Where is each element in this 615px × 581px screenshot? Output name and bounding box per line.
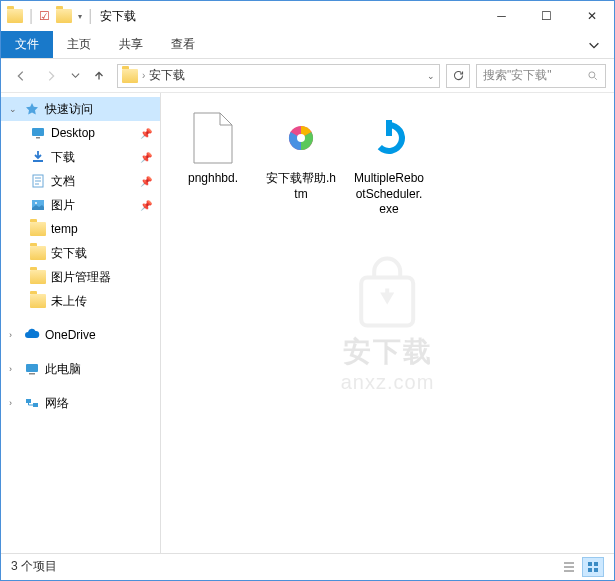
- sidebar-item-label: 网络: [45, 395, 69, 412]
- main-area: ⌄ 快速访问 Desktop 📌 下载 📌 文档 📌 图片 📌 temp: [1, 93, 614, 553]
- search-placeholder: 搜索"安下载": [483, 67, 552, 84]
- pin-icon: 📌: [140, 200, 152, 211]
- svg-rect-6: [26, 364, 38, 372]
- cloud-icon: [23, 326, 41, 344]
- svg-rect-16: [594, 568, 598, 572]
- dropdown-icon[interactable]: ⌄: [427, 71, 435, 81]
- svg-point-11: [297, 134, 305, 142]
- tab-home[interactable]: 主页: [53, 31, 105, 58]
- file-list[interactable]: pnghhbd. 安下载帮助.htm MultipleRebootSchedul…: [161, 93, 614, 553]
- sidebar-item-anxz[interactable]: 安下载: [1, 241, 160, 265]
- file-icon: [189, 109, 237, 167]
- sidebar-quick-access[interactable]: ⌄ 快速访问: [1, 97, 160, 121]
- svg-rect-14: [594, 562, 598, 566]
- chevron-right-icon: ›: [142, 70, 145, 81]
- exe-icon: [365, 109, 413, 167]
- forward-button[interactable]: [39, 64, 63, 88]
- file-item[interactable]: pnghhbd.: [173, 105, 253, 222]
- file-item[interactable]: 安下载帮助.htm: [261, 105, 341, 222]
- sidebar-item-label: 未上传: [51, 293, 87, 310]
- ribbon-expand-button[interactable]: [574, 31, 614, 58]
- breadcrumb-item[interactable]: 安下载: [149, 67, 185, 84]
- check-icon[interactable]: ☑: [39, 9, 50, 23]
- file-label: MultipleRebootScheduler.exe: [353, 171, 425, 218]
- svg-point-0: [589, 71, 595, 77]
- navbar: › 安下载 ⌄ 搜索"安下载": [1, 59, 614, 93]
- svg-rect-15: [588, 568, 592, 572]
- svg-rect-9: [33, 403, 38, 407]
- sidebar-item-temp[interactable]: temp: [1, 217, 160, 241]
- quickaccess-toolbar: | ☑ ▾ |: [7, 7, 92, 25]
- minimize-button[interactable]: ─: [479, 1, 524, 31]
- search-icon: [587, 70, 599, 82]
- pin-icon: 📌: [140, 176, 152, 187]
- close-button[interactable]: ✕: [569, 1, 614, 31]
- htm-icon: [277, 109, 325, 167]
- chevron-right-icon: ›: [9, 398, 19, 408]
- tab-view[interactable]: 查看: [157, 31, 209, 58]
- sidebar-item-pictures[interactable]: 图片 📌: [1, 193, 160, 217]
- download-icon: [29, 148, 47, 166]
- up-button[interactable]: [87, 64, 111, 88]
- sidebar-item-desktop[interactable]: Desktop 📌: [1, 121, 160, 145]
- back-button[interactable]: [9, 64, 33, 88]
- ribbon: 文件 主页 共享 查看: [1, 31, 614, 59]
- file-item[interactable]: MultipleRebootScheduler.exe: [349, 105, 429, 222]
- dropdown-icon[interactable]: ▾: [78, 12, 82, 21]
- svg-rect-7: [29, 373, 35, 375]
- sidebar-item-picmgr[interactable]: 图片管理器: [1, 265, 160, 289]
- computer-icon: [23, 360, 41, 378]
- sidebar-item-documents[interactable]: 文档 📌: [1, 169, 160, 193]
- sidebar-item-label: 图片管理器: [51, 269, 111, 286]
- icons-view-button[interactable]: [582, 557, 604, 577]
- divider: |: [29, 7, 33, 25]
- file-label: pnghhbd.: [188, 171, 238, 187]
- folder-icon: [29, 244, 47, 262]
- svg-rect-13: [588, 562, 592, 566]
- sidebar-thispc[interactable]: › 此电脑: [1, 357, 160, 381]
- sidebar-item-label: 此电脑: [45, 361, 81, 378]
- chevron-down-icon: [587, 38, 601, 52]
- watermark-sub: anxz.com: [341, 371, 435, 394]
- sidebar-item-label: 图片: [51, 197, 75, 214]
- svg-point-5: [35, 202, 37, 204]
- window-title: 安下载: [100, 8, 136, 25]
- chevron-right-icon: ›: [9, 330, 19, 340]
- search-input[interactable]: 搜索"安下载": [476, 64, 606, 88]
- view-switcher: [558, 557, 604, 577]
- statusbar: 3 个项目: [1, 553, 614, 579]
- sidebar-item-notuploaded[interactable]: 未上传: [1, 289, 160, 313]
- star-icon: [23, 100, 41, 118]
- folder-icon: [7, 9, 23, 23]
- details-view-button[interactable]: [558, 557, 580, 577]
- sidebar-item-label: 文档: [51, 173, 75, 190]
- tab-share[interactable]: 共享: [105, 31, 157, 58]
- watermark-text: 安下载: [343, 333, 433, 371]
- sidebar-item-downloads[interactable]: 下载 📌: [1, 145, 160, 169]
- folder-icon: [29, 268, 47, 286]
- address-bar[interactable]: › 安下载 ⌄: [117, 64, 440, 88]
- sidebar-item-label: OneDrive: [45, 328, 96, 342]
- folder-icon: [29, 220, 47, 238]
- chevron-down-icon: ⌄: [9, 104, 19, 114]
- sidebar: ⌄ 快速访问 Desktop 📌 下载 📌 文档 📌 图片 📌 temp: [1, 93, 161, 553]
- tab-file[interactable]: 文件: [1, 31, 53, 58]
- svg-rect-12: [386, 120, 392, 136]
- chevron-right-icon: ›: [9, 364, 19, 374]
- recent-button[interactable]: [69, 64, 81, 88]
- file-label: 安下载帮助.htm: [265, 171, 337, 202]
- sidebar-item-label: 下载: [51, 149, 75, 166]
- refresh-button[interactable]: [446, 64, 470, 88]
- folder-icon[interactable]: [56, 9, 72, 23]
- folder-icon: [122, 69, 138, 83]
- document-icon: [29, 172, 47, 190]
- sidebar-network[interactable]: › 网络: [1, 391, 160, 415]
- bag-icon: [343, 253, 433, 333]
- network-icon: [23, 394, 41, 412]
- sidebar-onedrive[interactable]: › OneDrive: [1, 323, 160, 347]
- status-item-count: 3 个项目: [11, 558, 57, 575]
- pin-icon: 📌: [140, 128, 152, 139]
- titlebar: | ☑ ▾ | 安下载 ─ ☐ ✕: [1, 1, 614, 31]
- sidebar-item-label: 快速访问: [45, 101, 93, 118]
- maximize-button[interactable]: ☐: [524, 1, 569, 31]
